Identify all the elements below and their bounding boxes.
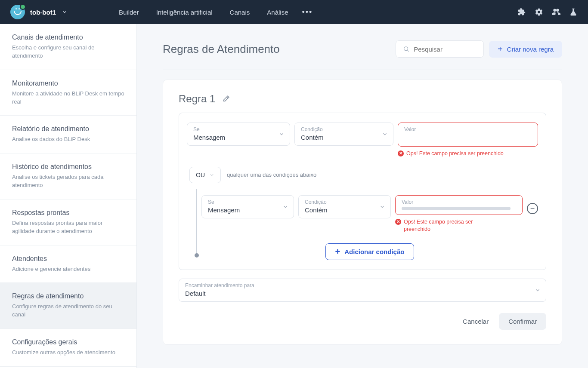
add-condition-button[interactable]: + Adicionar condição: [325, 243, 415, 260]
bot-name: tob-bot1: [30, 9, 56, 16]
gear-icon[interactable]: [535, 8, 543, 16]
confirm-button[interactable]: Confirmar: [499, 313, 546, 330]
svg-point-0: [404, 47, 408, 51]
error-icon: ✕: [395, 219, 401, 225]
sidebar-item-desc: Analise os dados do BLiP Desk: [12, 135, 124, 144]
field-label: Valor: [404, 126, 532, 132]
sidebar-item-title: Histórico de atendimentos: [12, 163, 124, 171]
top-nav-icons: [517, 8, 578, 16]
nav-channels[interactable]: Canais: [230, 9, 250, 16]
chevron-down-icon: [282, 204, 288, 210]
flask-icon[interactable]: [569, 8, 578, 16]
sidebar-item-title: Regras de atendimento: [12, 292, 124, 300]
top-nav-links: Builder Inteligência artificial Canais A…: [119, 9, 288, 16]
condition-row: Se Mensagem Condição Contém Valor: [187, 123, 538, 157]
sidebar-item-title: Monitoramento: [12, 80, 124, 87]
remove-condition-button[interactable]: −: [527, 203, 538, 214]
edit-name-icon[interactable]: [222, 95, 230, 103]
sidebar-item-canned[interactable]: Respostas prontas Defina respostas pront…: [0, 199, 136, 245]
value-input[interactable]: [404, 134, 532, 142]
forward-select[interactable]: Encaminhar atendimento para Default: [179, 279, 546, 302]
value-placeholder-icon: [402, 207, 511, 210]
bot-avatar-icon: [10, 5, 25, 19]
field-value: Contém: [305, 206, 384, 214]
sidebar-item-monitoring[interactable]: Monitoramento Monitore a atividade no BL…: [0, 70, 136, 116]
error-message: ✕ Ops! Este campo precisa ser preenchido: [395, 218, 481, 233]
sidebar: Canais de atendimento Escolha e configur…: [0, 24, 137, 368]
field-value: Mensagem: [193, 134, 284, 141]
field-label: Valor: [402, 199, 516, 205]
sidebar-item-title: Canais de atendimento: [12, 34, 124, 41]
field-value: Contém: [301, 134, 387, 141]
error-text: Ops! Este campo precisa ser preenchido: [406, 150, 504, 157]
create-rule-label: Criar nova regra: [507, 46, 554, 53]
value-column: Valor ✕ Ops! Este campo precisa ser pree…: [395, 195, 523, 233]
value-column: Valor ✕ Ops! Este campo precisa ser pree…: [398, 123, 538, 157]
top-nav: tob-bot1 Builder Inteligência artificial…: [0, 0, 588, 24]
sub-conditions: Se Mensagem Condição Contém: [187, 189, 538, 260]
sidebar-item-report[interactable]: Relatório de atendimento Analise os dado…: [0, 116, 136, 153]
sidebar-item-channels[interactable]: Canais de atendimento Escolha e configur…: [0, 24, 136, 70]
search-box[interactable]: [396, 40, 484, 58]
condition-row: Se Mensagem Condição Contém: [201, 195, 538, 233]
search-input[interactable]: [414, 46, 477, 53]
error-message: ✕ Ops! Este campo precisa ser preenchido: [398, 150, 538, 157]
rule-title-row: Regra 1: [179, 93, 546, 105]
nav-more-icon[interactable]: •••: [302, 8, 313, 17]
sidebar-item-desc: Customize outras opções de atendimento: [12, 349, 124, 357]
nav-analysis[interactable]: Análise: [267, 9, 288, 16]
sidebar-item-desc: Defina respostas prontas para maior agil…: [12, 219, 124, 236]
sidebar-item-general[interactable]: Configurações gerais Customize outras op…: [0, 329, 136, 367]
operator-value: OU: [196, 172, 205, 178]
field-label: Condição: [305, 199, 384, 205]
operator-select[interactable]: OU: [189, 167, 221, 183]
sidebar-item-title: Relatório de atendimento: [12, 125, 124, 133]
users-icon[interactable]: [552, 8, 560, 16]
sidebar-item-desc: Analise os tickets gerados para cada ate…: [12, 173, 124, 190]
field-label: Encaminhar atendimento para: [185, 282, 540, 288]
sidebar-item-rules[interactable]: Regras de atendimento Configure regras d…: [0, 283, 136, 329]
condition-select[interactable]: Condição Contém: [294, 123, 393, 146]
if-select[interactable]: Se Mensagem: [201, 195, 294, 218]
puzzle-icon[interactable]: [517, 8, 526, 16]
value-input-wrapper[interactable]: Valor: [395, 195, 523, 215]
nav-ai[interactable]: Inteligência artificial: [156, 9, 213, 16]
field-value: Mensagem: [208, 206, 288, 214]
field-label: Se: [193, 126, 284, 132]
sidebar-item-desc: Monitore a atividade no BLiP Desk em tem…: [12, 90, 124, 106]
rule-name: Regra 1: [179, 93, 215, 105]
search-icon: [403, 45, 409, 53]
main-content: Regras de Atendimento + Criar nova regra…: [137, 24, 588, 368]
sidebar-item-agents[interactable]: Atendentes Adicione e gerencie atendente…: [0, 245, 136, 283]
chevron-down-icon: [382, 131, 388, 137]
chevron-down-icon: [62, 9, 67, 15]
conditions-group: Se Mensagem Condição Contém Valor: [179, 113, 546, 270]
svg-line-1: [407, 50, 409, 52]
add-condition-label: Adicionar condição: [344, 248, 404, 255]
cancel-button[interactable]: Cancelar: [460, 313, 491, 329]
chevron-down-icon: [379, 204, 385, 210]
chevron-down-icon: [535, 287, 541, 293]
field-label: Condição: [301, 126, 387, 132]
field-value: Default: [185, 290, 540, 297]
error-icon: ✕: [398, 150, 404, 156]
sidebar-item-desc: Adicione e gerencie atendentes: [12, 265, 124, 273]
condition-select[interactable]: Condição Contém: [298, 195, 391, 218]
nav-builder[interactable]: Builder: [119, 9, 139, 16]
page-title: Regras de Atendimento: [163, 43, 280, 56]
operator-row: OU qualquer uma das condições abaixo: [189, 167, 538, 183]
page-header: Regras de Atendimento + Criar nova regra: [163, 40, 562, 70]
value-input-wrapper[interactable]: Valor: [398, 123, 538, 147]
sidebar-item-desc: Escolha e configure seu canal de atendim…: [12, 44, 124, 60]
chevron-down-icon: [209, 172, 214, 178]
sidebar-item-desc: Configure regras de atendimento do seu c…: [12, 303, 124, 319]
sidebar-item-title: Configurações gerais: [12, 338, 124, 346]
rule-card: Regra 1 Se Mensagem Condição Contém: [163, 80, 562, 345]
field-label: Se: [208, 199, 288, 205]
operator-hint: qualquer uma das condições abaixo: [227, 172, 316, 178]
if-select[interactable]: Se Mensagem: [187, 123, 290, 146]
chevron-down-icon: [279, 131, 285, 137]
bot-selector[interactable]: tob-bot1: [10, 5, 67, 19]
sidebar-item-history[interactable]: Histórico de atendimentos Analise os tic…: [0, 153, 136, 199]
create-rule-button[interactable]: + Criar nova regra: [489, 41, 562, 58]
